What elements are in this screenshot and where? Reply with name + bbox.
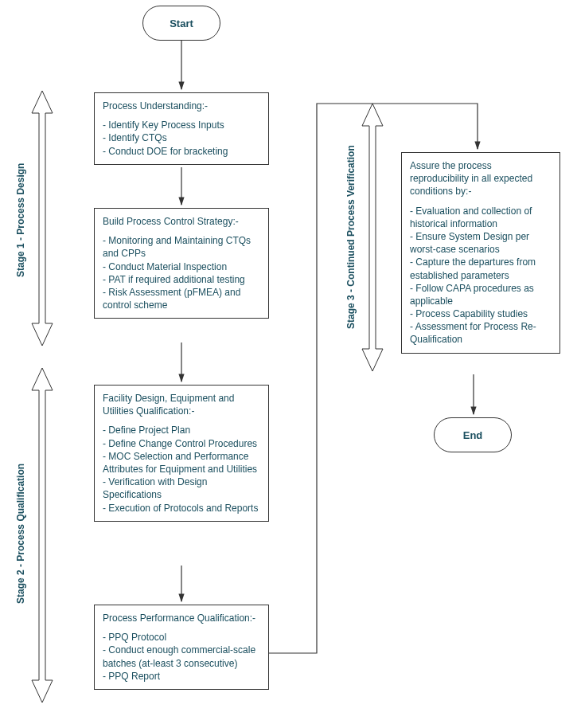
list-item: Conduct Material Inspection [103, 260, 260, 273]
list-item: Identify CTQs [103, 131, 260, 144]
stage3-label: Stage 3 - Continued Process Verification [345, 118, 357, 357]
stage1-label: Stage 1 - Process Design [15, 140, 26, 299]
box4-list: PPQ Protocol Conduct enough commercial-s… [103, 631, 260, 683]
list-item: Execution of Protocols and Reports [103, 502, 260, 515]
box3-list: Define Project Plan Define Change Contro… [103, 424, 260, 514]
start-node: Start [142, 6, 220, 41]
list-item: Define Project Plan [103, 424, 260, 436]
list-item: Monitoring and Maintaining CTQs and CPPs [103, 234, 260, 260]
list-item: Verification with Design Specifications [103, 476, 260, 501]
end-node: End [434, 417, 512, 452]
start-label: Start [170, 18, 193, 29]
svg-marker-1 [32, 368, 53, 703]
list-item: Identify Key Process Inputs [103, 119, 260, 131]
list-item: Process Capability studies [410, 307, 552, 320]
svg-marker-2 [362, 104, 383, 371]
end-label: End [463, 429, 483, 441]
list-item: Follow CAPA procedures as applicable [410, 282, 552, 307]
list-item: Evaluation and collection of historical … [410, 205, 552, 230]
box5-title: Assure the process reproducibility in al… [410, 159, 552, 198]
list-item: Ensure System Design per worst-case scen… [410, 230, 552, 256]
box-process-understanding: Process Understanding:- Identify Key Pro… [94, 92, 269, 165]
box-ppq: Process Performance Qualification:- PPQ … [94, 605, 269, 690]
list-item: Define Change Control Procedures [103, 437, 260, 450]
box-reproducibility: Assure the process reproducibility in al… [401, 152, 560, 354]
box4-title: Process Performance Qualification:- [103, 612, 260, 624]
box3-title: Facility Design, Equipment and Utilities… [103, 392, 260, 417]
list-item: PPQ Protocol [103, 631, 260, 644]
stage2-arrow-icon [30, 368, 54, 703]
box2-title: Build Process Control Strategy:- [103, 215, 260, 228]
stage3-arrow-icon [361, 104, 384, 371]
box-facility-design: Facility Design, Equipment and Utilities… [94, 385, 269, 522]
list-item: Risk Assessment (pFMEA) and control sche… [103, 286, 260, 311]
list-item: Conduct DOE for bracketing [103, 145, 260, 158]
box1-list: Identify Key Process Inputs Identify CTQ… [103, 119, 260, 158]
list-item: PAT if required additional testing [103, 273, 260, 286]
flow-arrows [0, 0, 577, 728]
stage2-label: Stage 2 - Process Qualification [15, 442, 26, 625]
list-item: Conduct enough commercial-scale batches … [103, 644, 260, 669]
stage1-arrow-icon [30, 91, 54, 346]
list-item: PPQ Report [103, 670, 260, 683]
list-item: MOC Selection and Performance Attributes… [103, 450, 260, 476]
box-process-control: Build Process Control Strategy:- Monitor… [94, 208, 269, 319]
box1-title: Process Understanding:- [103, 100, 260, 112]
list-item: Assessment for Process Re-Qualification [410, 320, 552, 346]
list-item: Capture the departures from established … [410, 256, 552, 281]
svg-marker-0 [32, 91, 53, 346]
box2-list: Monitoring and Maintaining CTQs and CPPs… [103, 234, 260, 311]
box5-list: Evaluation and collection of historical … [410, 205, 552, 346]
